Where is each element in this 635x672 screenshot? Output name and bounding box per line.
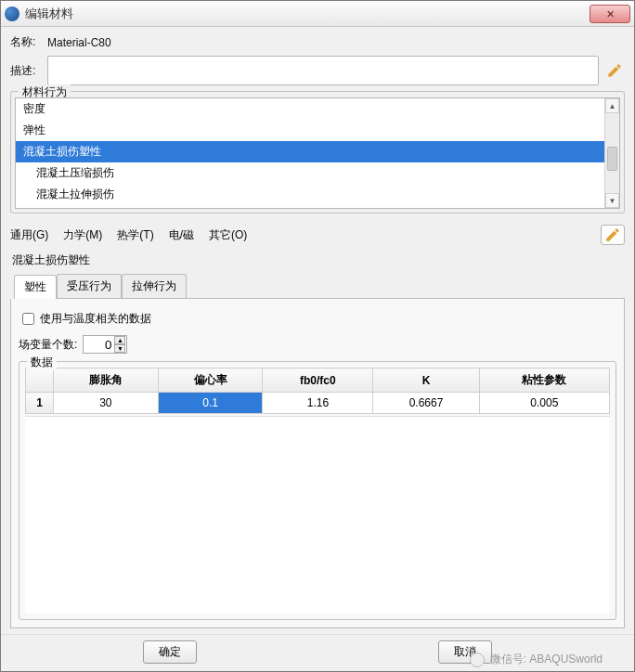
material-name-value: Material-C80 (47, 36, 111, 49)
menu-general[interactable]: 通用(G) (10, 227, 48, 243)
col-viscosity[interactable]: 粘性参数 (479, 368, 609, 393)
watermark-text: 微信号: ABAQUSworld (470, 652, 603, 667)
app-icon (5, 6, 19, 21)
plasticity-tabs: 塑性 受压行为 拉伸行为 (14, 274, 625, 299)
table-cell[interactable]: 0.005 (479, 393, 609, 414)
menu-em[interactable]: 电/磁 (169, 227, 194, 243)
table-cell[interactable]: 0.1 (158, 393, 263, 414)
edit-description-icon[interactable] (604, 60, 625, 81)
menu-mechanical[interactable]: 力学(M) (63, 227, 102, 243)
col-eccentricity[interactable]: 偏心率 (158, 368, 263, 393)
title-bar: 编辑材料 (1, 1, 634, 27)
table-cell[interactable]: 0.6667 (373, 393, 479, 414)
row-header-blank (26, 368, 54, 393)
tab-tensile[interactable]: 拉伸行为 (122, 274, 187, 298)
table-empty-area (25, 416, 610, 614)
behavior-list[interactable]: 密度弹性混凝土损伤塑性混凝土压缩损伤混凝土拉伸损伤 ▲ ▼ (15, 97, 620, 209)
watermark-icon (470, 653, 485, 667)
menu-other[interactable]: 其它(O) (209, 227, 247, 243)
description-input[interactable] (47, 56, 599, 85)
material-behavior-group: 材料行为 密度弹性混凝土损伤塑性混凝土压缩损伤混凝土拉伸损伤 ▲ ▼ (10, 91, 625, 213)
temperature-checkbox-label: 使用与温度相关的数据 (40, 311, 151, 327)
plasticity-panel: 使用与温度相关的数据 场变量个数: ▲ ▼ 数据 膨胀角 偏心率 (10, 299, 625, 628)
col-k[interactable]: K (373, 368, 479, 393)
close-button[interactable] (590, 5, 630, 23)
desc-label: 描述: (10, 63, 47, 79)
temperature-checkbox[interactable] (22, 313, 34, 325)
behavior-item[interactable]: 弹性 (16, 120, 619, 141)
data-group-title: 数据 (27, 355, 57, 370)
ok-button[interactable]: 确定 (143, 640, 197, 664)
window-title: 编辑材料 (25, 6, 73, 22)
behavior-item[interactable]: 密度 (16, 98, 619, 120)
col-dilation-angle[interactable]: 膨胀角 (54, 368, 159, 393)
behavior-item[interactable]: 混凝土压缩损伤 (16, 162, 619, 184)
table-row-header[interactable]: 1 (26, 393, 54, 414)
data-group: 数据 膨胀角 偏心率 fb0/fc0 K 粘性参数 1300.11.160.66… (19, 361, 616, 620)
field-count-label: 场变量个数: (19, 337, 77, 353)
behavior-scrollbar[interactable]: ▲ ▼ (604, 98, 619, 208)
scroll-thumb[interactable] (607, 147, 617, 171)
name-label: 名称: (10, 34, 47, 50)
scroll-down-icon[interactable]: ▼ (605, 193, 619, 208)
col-fb0fc0[interactable]: fb0/fc0 (263, 368, 373, 393)
field-count-up-icon[interactable]: ▲ (114, 336, 125, 344)
behavior-item[interactable]: 混凝土损伤塑性 (16, 141, 619, 162)
tab-plasticity[interactable]: 塑性 (14, 275, 57, 299)
data-table[interactable]: 膨胀角 偏心率 fb0/fc0 K 粘性参数 1300.11.160.66670… (25, 368, 610, 414)
category-menu-bar: 通用(G) 力学(M) 热学(T) 电/磁 其它(O) (10, 225, 625, 245)
plasticity-section-title: 混凝土损伤塑性 (12, 252, 625, 268)
table-cell[interactable]: 30 (54, 393, 159, 414)
tab-compressive[interactable]: 受压行为 (57, 274, 122, 298)
dialog-footer: 确定 取消 微信号: ABAQUSworld (1, 634, 634, 671)
table-cell[interactable]: 1.16 (263, 393, 373, 414)
menu-thermal[interactable]: 热学(T) (117, 227, 153, 243)
edit-behavior-icon[interactable] (601, 225, 625, 245)
field-count-down-icon[interactable]: ▼ (114, 344, 125, 353)
behavior-item[interactable]: 混凝土拉伸损伤 (16, 184, 619, 205)
scroll-up-icon[interactable]: ▲ (605, 98, 619, 113)
